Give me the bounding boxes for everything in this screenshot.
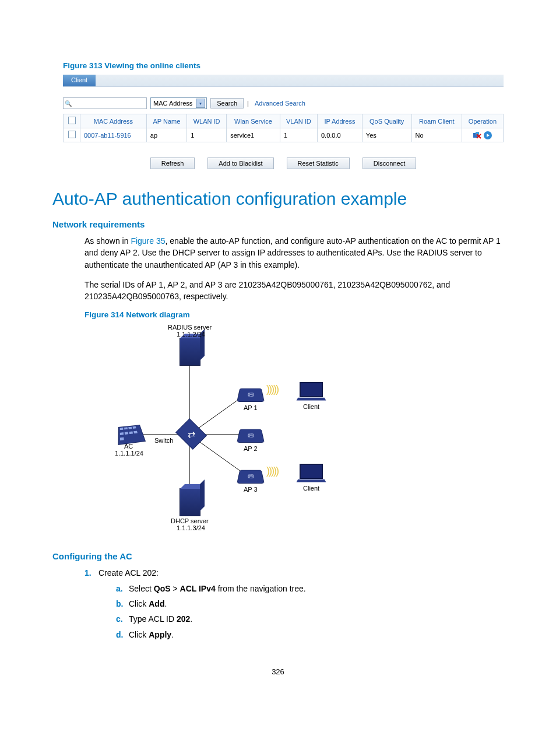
step-1d: d. Click Apply. xyxy=(116,629,306,640)
select-label: MAC Address xyxy=(153,100,192,107)
col-qos[interactable]: QoS Quality xyxy=(362,114,411,128)
add-blacklist-button[interactable]: Add to Blacklist xyxy=(207,158,273,169)
figure-35-link[interactable]: Figure 35 xyxy=(131,236,165,246)
client1-label: Client xyxy=(303,403,319,410)
network-diagram: RADIUS server 1.1.1.2/24 AC 1.1.1.1/24 S… xyxy=(96,324,347,534)
dhcp-server-node xyxy=(180,488,200,516)
ap1-label: AP 1 xyxy=(244,404,258,411)
ap1-node xyxy=(238,386,263,403)
search-input[interactable]: 🔍 xyxy=(63,97,147,109)
radius-label: RADIUS server xyxy=(168,324,212,331)
ac-label: AC xyxy=(124,443,133,450)
ap3-node xyxy=(238,467,263,485)
ac-node xyxy=(118,423,143,444)
cell-service: service1 xyxy=(227,128,280,142)
ac-ip-label: 1.1.1.1/24 xyxy=(115,450,143,457)
cell-apname: ap xyxy=(146,128,186,142)
ap2-node xyxy=(238,426,263,444)
ap2-label: AP 2 xyxy=(244,445,258,452)
advanced-search-link[interactable]: Advanced Search xyxy=(255,100,305,107)
cell-ip: 0.0.0.0 xyxy=(317,128,362,142)
search-icon: 🔍 xyxy=(65,100,72,107)
dhcp-ip-label: 1.1.1.3/24 xyxy=(177,524,205,531)
col-apname[interactable]: AP Name xyxy=(146,114,186,128)
radius-server-node xyxy=(180,338,200,366)
paragraph-1: As shown in Figure 35, enable the auto-A… xyxy=(85,235,504,271)
figure-314-caption: Figure 314 Network diagram xyxy=(85,310,504,319)
table-row: 0007-ab11-5916 ap 1 service1 1 0.0.0.0 Y… xyxy=(64,128,504,142)
select-all-checkbox[interactable] xyxy=(68,117,76,124)
chevron-down-icon: ▾ xyxy=(196,99,205,108)
client2-label: Client xyxy=(303,485,319,492)
col-roam[interactable]: Roam Client xyxy=(411,114,462,128)
step-1a: a. Select QoS > ACL IPv4 from the naviga… xyxy=(116,583,306,594)
search-row: 🔍 MAC Address ▾ Search | Advanced Search xyxy=(63,87,504,114)
col-ip[interactable]: IP Address xyxy=(317,114,362,128)
col-operation[interactable]: Operation xyxy=(462,114,503,128)
page-number: 326 xyxy=(52,667,504,676)
steps-list: 1. Create ACL 202: a. Select QoS > ACL I… xyxy=(85,567,504,643)
clients-table: MAC Address AP Name WLAN ID Wlan Service… xyxy=(63,114,504,142)
cell-qos: Yes xyxy=(362,128,411,142)
vertical-separator: | xyxy=(247,100,249,107)
paragraph-2: The serial IDs of AP 1, AP 2, and AP 3 a… xyxy=(85,279,504,303)
step-1c: c. Type ACL ID 202. xyxy=(116,613,306,625)
wifi-icon: ))))) xyxy=(266,465,278,477)
search-field-select[interactable]: MAC Address ▾ xyxy=(150,97,207,109)
radius-ip-label: 1.1.1.2/24 xyxy=(177,331,205,338)
cell-operation xyxy=(462,128,503,142)
dhcp-label: DHCP server xyxy=(171,517,209,524)
figure-313-caption: Figure 313 Viewing the online clients xyxy=(63,61,504,70)
play-icon[interactable] xyxy=(484,131,492,139)
step-1: 1. Create ACL 202: a. Select QoS > ACL I… xyxy=(85,567,504,643)
row-checkbox[interactable] xyxy=(68,131,76,138)
col-wlanid[interactable]: WLAN ID xyxy=(187,114,227,128)
col-vlan[interactable]: VLAN ID xyxy=(280,114,317,128)
wifi-icon: ))))) xyxy=(266,383,278,396)
client2-node xyxy=(297,464,325,481)
cell-vlan: 1 xyxy=(280,128,317,142)
mac-link[interactable]: 0007-ab11-5916 xyxy=(84,132,131,139)
section-heading: Auto-AP authentication configuration exa… xyxy=(52,189,504,209)
figure-313-screenshot: Client 🔍 MAC Address ▾ Search | Advanced… xyxy=(63,75,504,169)
step-1b: b. Click Add. xyxy=(116,598,306,610)
ui-tabbar: Client xyxy=(63,75,504,87)
network-requirements-heading: Network requirements xyxy=(52,219,504,229)
configuring-ac-heading: Configuring the AC xyxy=(52,551,504,561)
col-mac[interactable]: MAC Address xyxy=(80,114,147,128)
switch-label: Switch xyxy=(154,437,173,444)
cell-roam: No xyxy=(411,128,462,142)
table-header-row: MAC Address AP Name WLAN ID Wlan Service… xyxy=(64,114,504,128)
switch-node xyxy=(179,424,203,444)
col-service[interactable]: Wlan Service xyxy=(227,114,280,128)
client1-node xyxy=(297,382,325,400)
search-button[interactable]: Search xyxy=(210,98,244,108)
delete-icon[interactable] xyxy=(473,132,481,139)
step-number: 1. xyxy=(85,567,98,643)
action-buttons: Refresh Add to Blacklist Reset Statistic… xyxy=(63,158,504,169)
disconnect-button[interactable]: Disconnect xyxy=(363,158,416,169)
ap3-label: AP 3 xyxy=(244,486,258,493)
client-tab[interactable]: Client xyxy=(63,75,96,86)
cell-wlanid: 1 xyxy=(187,128,227,142)
refresh-button[interactable]: Refresh xyxy=(150,158,195,169)
reset-statistic-button[interactable]: Reset Statistic xyxy=(287,158,350,169)
